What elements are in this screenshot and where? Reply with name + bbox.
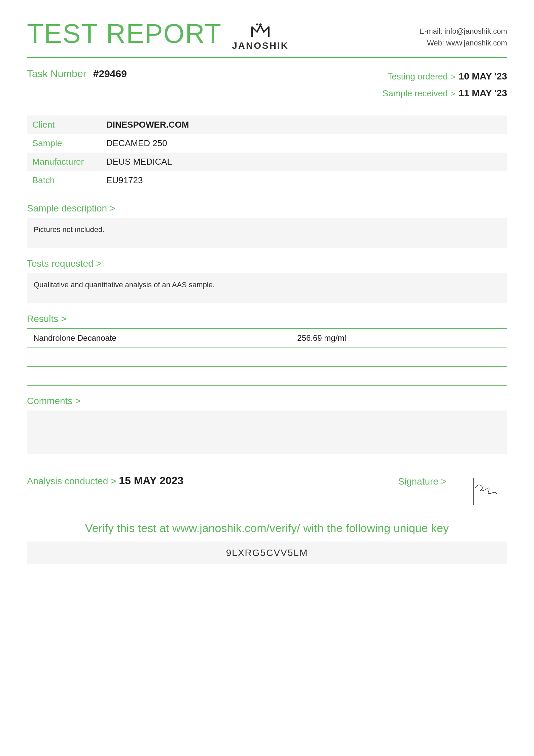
signature-svg [453, 474, 507, 508]
batch-row: Batch EU91723 [27, 171, 507, 190]
result-name-2 [27, 366, 291, 385]
task-right: Testing ordered > 10 MAY '23 Sample rece… [383, 68, 507, 102]
results-heading: Results > [27, 314, 507, 324]
result-value-1 [291, 348, 507, 366]
comments-heading: Comments > [27, 396, 507, 406]
verify-key: 9LXRG5CVV5LM [27, 541, 507, 564]
result-value-2 [291, 366, 507, 385]
results-section: Results > Nandrolone Decanoate 256.69 mg… [27, 314, 507, 386]
info-table: Client DINESPOWER.COM Sample DECAMED 250… [27, 116, 507, 190]
client-value: DINESPOWER.COM [101, 116, 507, 134]
task-left: Task Number #29469 [27, 68, 127, 79]
task-number-value: #29469 [93, 68, 127, 79]
task-number-label: Task Number [27, 68, 86, 79]
header-web: Web: www.janoshik.com [419, 37, 507, 49]
task-section: Task Number #29469 Testing ordered > 10 … [27, 68, 507, 102]
batch-label: Batch [27, 171, 101, 190]
result-row-0: Nandrolone Decanoate 256.69 mg/ml [27, 328, 507, 348]
results-table: Nandrolone Decanoate 256.69 mg/ml [27, 328, 507, 386]
client-row: Client DINESPOWER.COM [27, 116, 507, 134]
manufacturer-value: DEUS MEDICAL [101, 153, 507, 171]
header-email: E-mail: info@janoshik.com [419, 25, 507, 37]
sample-received-arrow: > [451, 87, 455, 101]
logo-icon [249, 22, 272, 40]
manufacturer-label: Manufacturer [27, 153, 101, 171]
comments-section: Comments > [27, 396, 507, 454]
header-contact: E-mail: info@janoshik.com Web: www.janos… [419, 25, 507, 49]
sample-received-date: 11 MAY '23 [459, 85, 507, 102]
tests-requested-heading: Tests requested > [27, 258, 507, 269]
sample-label: Sample [27, 134, 101, 153]
header-divider [27, 57, 507, 58]
sample-description-heading: Sample description > [27, 203, 507, 214]
sample-description-section: Sample description > Pictures not includ… [27, 203, 507, 248]
page-header: TEST REPORT JANOSHIK E-mail: info@janosh… [27, 20, 507, 51]
batch-value: EU91723 [101, 171, 507, 190]
footer-row: Analysis conducted > 15 MAY 2023 Signatu… [27, 474, 507, 508]
manufacturer-row: Manufacturer DEUS MEDICAL [27, 153, 507, 171]
sample-value: DECAMED 250 [101, 134, 507, 153]
tests-requested-content: Qualitative and quantitative analysis of… [27, 273, 507, 303]
signature-image [453, 474, 507, 508]
signature-section: Signature > [398, 474, 507, 508]
logo-container: JANOSHIK [232, 22, 289, 51]
tests-requested-section: Tests requested > Qualitative and quanti… [27, 258, 507, 303]
sample-received-row: Sample received > 11 MAY '23 [383, 85, 507, 102]
sample-description-content: Pictures not included. [27, 218, 507, 248]
header-left: TEST REPORT JANOSHIK [27, 20, 289, 51]
result-row-2 [27, 366, 507, 385]
comments-content [27, 410, 507, 454]
verify-text: Verify this test at www.janoshik.com/ver… [27, 522, 507, 535]
testing-ordered-arrow: > [451, 70, 455, 84]
result-row-1 [27, 348, 507, 366]
result-value-0: 256.69 mg/ml [291, 328, 507, 348]
testing-ordered-label: Testing ordered [387, 69, 448, 85]
report-title: TEST REPORT [27, 20, 222, 47]
result-name-1 [27, 348, 291, 366]
analysis-section: Analysis conducted > 15 MAY 2023 [27, 474, 183, 487]
sample-row: Sample DECAMED 250 [27, 134, 507, 153]
testing-ordered-row: Testing ordered > 10 MAY '23 [383, 68, 507, 85]
signature-label: Signature > [398, 476, 447, 487]
logo-name: JANOSHIK [232, 40, 289, 51]
sample-received-label: Sample received [383, 86, 448, 101]
testing-ordered-date: 10 MAY '23 [459, 68, 507, 85]
client-label: Client [27, 116, 101, 134]
result-name-0: Nandrolone Decanoate [27, 328, 291, 348]
analysis-arrow: > [111, 476, 119, 486]
analysis-label: Analysis conducted [27, 476, 108, 486]
analysis-date: 15 MAY 2023 [119, 474, 183, 487]
